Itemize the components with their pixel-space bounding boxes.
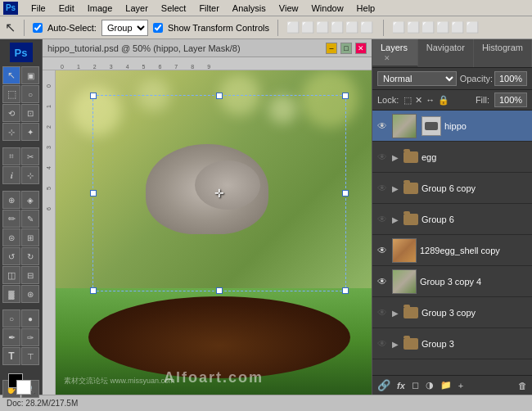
stamp-btn[interactable]: ⊜ xyxy=(2,228,20,246)
artboard-tool-btn[interactable]: ▣ xyxy=(21,66,39,84)
tab-navigator[interactable]: Navigator xyxy=(418,39,474,67)
menu-layer[interactable]: Layer xyxy=(122,3,151,13)
opacity-input[interactable] xyxy=(494,71,527,86)
canvas-area: hippo_tutorial.psd @ 50% (hippo, Layer M… xyxy=(43,39,372,395)
minimize-btn[interactable]: – xyxy=(326,43,337,54)
ruler-mark-6: 6 xyxy=(158,64,161,70)
lasso2-tool-btn[interactable]: ⊡ xyxy=(21,104,39,122)
layer-arrow-group3[interactable]: ▶ xyxy=(392,340,400,348)
layer-item-group6copy[interactable]: 👁 ▶ Group 6 copy xyxy=(372,173,532,204)
crop-tool-btn[interactable]: ⌗ xyxy=(2,147,20,165)
gradient-btn[interactable]: ▓ xyxy=(2,285,20,303)
layer-arrow-group6[interactable]: ▶ xyxy=(392,215,400,224)
close-btn[interactable]: ✕ xyxy=(355,43,367,54)
tool-row-12: ▓ ⊛ xyxy=(2,285,39,303)
tool-row-5: ⌗ ✂ xyxy=(2,147,39,165)
bg-eraser-btn[interactable]: ⊟ xyxy=(21,266,39,284)
layer-name-group6copy: Group 6 copy xyxy=(422,183,529,193)
dodge-btn[interactable]: ○ xyxy=(2,309,20,327)
lock-transparent-btn[interactable]: ⬚ xyxy=(404,95,412,106)
layer-eye-egg[interactable]: 👁 xyxy=(376,151,389,164)
maximize-btn[interactable]: □ xyxy=(340,43,352,54)
layer-item-group3[interactable]: 👁 ▶ Group 3 xyxy=(372,328,532,359)
layer-arrow-egg[interactable]: ▶ xyxy=(392,153,400,161)
tool-row-1: ↖ ▣ xyxy=(2,66,39,84)
fx-btn[interactable]: fx xyxy=(397,381,405,391)
delete-layer-btn[interactable]: 🗑 xyxy=(518,381,527,391)
new-group-btn[interactable]: 📁 xyxy=(440,380,452,391)
main-area: Ps ↖ ▣ ⬚ ○ ⟲ ⊡ ⊹ ✦ ⌗ ✂ 𝒊 ⊹ ⊕ ◈ xyxy=(0,39,532,395)
add-mask-btn[interactable]: ◻ xyxy=(412,380,419,391)
layer-item-egg[interactable]: 👁 ▶ egg xyxy=(372,142,532,173)
layer-eye-group3[interactable]: 👁 xyxy=(376,337,389,350)
link-layers-btn[interactable]: 🔗 xyxy=(377,379,390,391)
healing-brush-btn[interactable]: ⊕ xyxy=(2,191,20,209)
show-transform-checkbox[interactable] xyxy=(153,23,163,33)
marquee2-tool-btn[interactable]: ○ xyxy=(21,85,39,103)
brush-btn[interactable]: ✏ xyxy=(2,210,20,228)
layer-arrow-group3copy[interactable]: ▶ xyxy=(392,309,400,317)
pencil-btn[interactable]: ✎ xyxy=(21,210,39,228)
move-tool-options-icon: ↖ xyxy=(5,20,16,35)
paint-bucket-btn[interactable]: ⊛ xyxy=(21,285,39,303)
eyedropper-btn[interactable]: 𝒊 xyxy=(2,166,20,184)
options-divider-1 xyxy=(24,20,25,36)
lock-pixels-btn[interactable]: ✕ xyxy=(415,95,422,106)
freeform-pen-btn[interactable]: ✑ xyxy=(21,328,39,346)
menu-select[interactable]: Select xyxy=(158,3,190,13)
lock-position-btn[interactable]: ↔ xyxy=(426,95,435,105)
quick-select-btn[interactable]: ⊹ xyxy=(2,123,20,141)
background-color[interactable] xyxy=(16,380,31,395)
marquee-tool-btn[interactable]: ⬚ xyxy=(2,85,20,103)
menu-help[interactable]: Help xyxy=(354,3,379,13)
patch-btn[interactable]: ◈ xyxy=(21,191,39,209)
tool-row-3: ⟲ ⊡ xyxy=(2,104,39,122)
menu-window[interactable]: Window xyxy=(308,3,346,13)
layer-eye-eggshell[interactable]: 👁 xyxy=(376,244,389,257)
history-brush-btn[interactable]: ↺ xyxy=(2,247,20,265)
move-tool-btn[interactable]: ↖ xyxy=(2,66,20,84)
menu-analysis[interactable]: Analysis xyxy=(229,3,269,13)
new-adjustment-btn[interactable]: ◑ xyxy=(426,380,434,391)
art-history-btn[interactable]: ↻ xyxy=(21,247,39,265)
layer-thumb-hippo xyxy=(392,114,417,138)
type2-btn[interactable]: ⊤ xyxy=(21,347,39,365)
menu-edit[interactable]: Edit xyxy=(56,3,78,13)
layer-item-hippo[interactable]: 👁 hippo xyxy=(372,111,532,142)
tab-layers-close[interactable]: ✕ xyxy=(384,54,390,62)
new-layer-btn[interactable]: + xyxy=(458,381,463,391)
layer-item-group3copy4[interactable]: 👁 Group 3 copy 4 xyxy=(372,266,532,297)
menu-image[interactable]: Image xyxy=(84,3,116,13)
tab-histogram[interactable]: Histogram xyxy=(474,39,532,67)
ruler-btn[interactable]: ⊹ xyxy=(21,166,39,184)
auto-select-checkbox[interactable] xyxy=(33,23,43,33)
magic-wand-btn[interactable]: ✦ xyxy=(21,123,39,141)
lock-all-btn[interactable]: 🔒 xyxy=(438,95,449,106)
pen-btn[interactable]: ✒ xyxy=(2,328,20,346)
lasso-tool-btn[interactable]: ⟲ xyxy=(2,104,20,122)
auto-select-dropdown[interactable]: Group Layer xyxy=(101,20,148,36)
layer-eye-hippo[interactable]: 👁 xyxy=(376,120,389,133)
tool-row-4: ⊹ ✦ xyxy=(2,123,39,141)
burn-btn[interactable]: ● xyxy=(21,309,39,327)
layer-eye-group6copy[interactable]: 👁 xyxy=(376,182,389,195)
layer-item-group6[interactable]: 👁 ▶ Group 6 xyxy=(372,204,532,235)
layer-eye-group6[interactable]: 👁 xyxy=(376,213,389,226)
blend-mode-select[interactable]: Normal Dissolve Multiply Screen Overlay xyxy=(377,71,457,86)
pattern-stamp-btn[interactable]: ⊞ xyxy=(21,228,39,246)
layer-eye-group3copy[interactable]: 👁 xyxy=(376,306,389,319)
menu-filter[interactable]: Filter xyxy=(196,3,222,13)
tab-layers[interactable]: Layers ✕ xyxy=(372,39,418,67)
layer-item-group3copy[interactable]: 👁 ▶ Group 3 copy xyxy=(372,297,532,328)
layer-eye-group3copy4[interactable]: 👁 xyxy=(376,275,389,288)
canvas-image[interactable]: ✛ Alfoart.com 素材交流论坛 www.missyuan.com xyxy=(56,70,372,395)
type-btn[interactable]: T xyxy=(2,347,20,365)
eraser-btn[interactable]: ◫ xyxy=(2,266,20,284)
fill-input[interactable] xyxy=(494,93,527,107)
slice-tool-btn[interactable]: ✂ xyxy=(21,147,39,165)
options-bar: ↖ Auto-Select: Group Layer Show Transfor… xyxy=(0,16,532,39)
layer-item-eggshell[interactable]: 👁 1289egg_shell copy xyxy=(372,235,532,266)
layer-arrow-group6copy[interactable]: ▶ xyxy=(392,184,400,192)
menu-view[interactable]: View xyxy=(276,3,302,13)
menu-file[interactable]: File xyxy=(28,3,49,13)
